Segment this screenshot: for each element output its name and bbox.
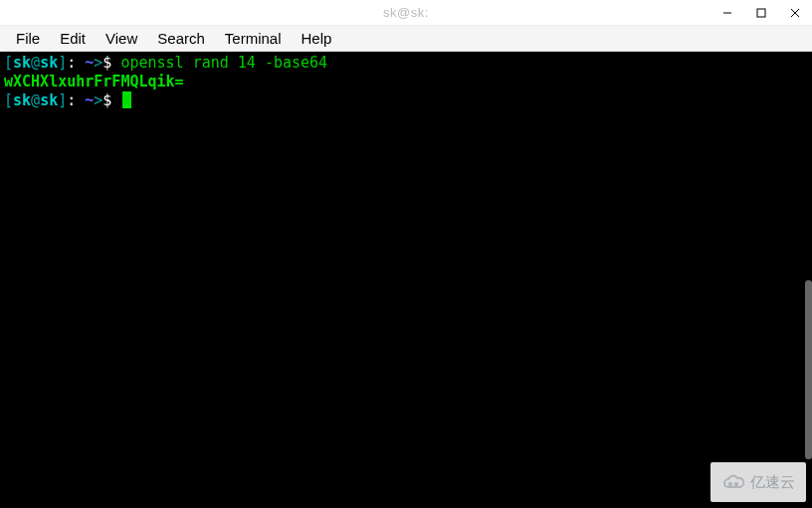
menu-help[interactable]: Help xyxy=(292,27,342,50)
prompt2-sep: : xyxy=(67,91,85,109)
prompt-path: ~ xyxy=(85,54,94,72)
output-line: wXCHXlxuhrFrFMQLqik= xyxy=(4,73,184,90)
cursor-icon xyxy=(122,91,131,108)
cmd-num: 14 xyxy=(238,54,256,72)
terminal-content: [sk@sk]: ~>$ openssl rand 14 -base64 wXC… xyxy=(0,52,812,112)
maximize-button[interactable] xyxy=(744,0,778,26)
scrollbar[interactable] xyxy=(805,280,812,459)
cmd-flag: -base64 xyxy=(265,54,327,72)
svg-rect-1 xyxy=(757,9,765,17)
prompt-sep: : xyxy=(67,54,85,72)
svg-point-5 xyxy=(734,483,736,485)
svg-point-4 xyxy=(728,483,730,485)
prompt2-lbracket: [ xyxy=(4,91,13,109)
prompt2-user: sk xyxy=(13,91,31,109)
titlebar: sk@sk: xyxy=(0,0,812,26)
prompt-host: sk xyxy=(40,54,58,72)
menu-file[interactable]: File xyxy=(6,27,50,50)
prompt-gt: > xyxy=(94,54,102,72)
maximize-icon xyxy=(756,8,766,18)
minimize-button[interactable] xyxy=(710,0,744,26)
window-title: sk@sk: xyxy=(383,5,429,20)
cmd-name: openssl xyxy=(120,54,183,72)
prompt-at: @ xyxy=(31,54,40,72)
close-icon xyxy=(790,8,800,18)
cmd-sub: rand xyxy=(193,54,229,72)
menubar: File Edit View Search Terminal Help xyxy=(0,26,812,52)
watermark-text: 亿速云 xyxy=(750,473,795,492)
menu-search[interactable]: Search xyxy=(147,27,215,50)
minimize-icon xyxy=(722,8,732,18)
prompt-user: sk xyxy=(13,54,31,72)
window-controls xyxy=(710,0,812,26)
prompt2-at: @ xyxy=(31,91,40,109)
menu-terminal[interactable]: Terminal xyxy=(215,27,292,50)
watermark: 亿速云 xyxy=(710,462,806,502)
prompt2-gt: > xyxy=(94,91,102,109)
prompt2-rbracket: ] xyxy=(58,91,67,109)
terminal-area[interactable]: [sk@sk]: ~>$ openssl rand 14 -base64 wXC… xyxy=(0,52,812,508)
prompt-lbracket: [ xyxy=(4,54,13,72)
prompt2-path: ~ xyxy=(85,91,94,109)
menu-view[interactable]: View xyxy=(96,27,147,50)
cloud-icon xyxy=(722,474,744,490)
prompt2-host: sk xyxy=(40,91,58,109)
close-button[interactable] xyxy=(778,0,812,26)
prompt2-dollar: $ xyxy=(102,91,111,109)
prompt-dollar: $ xyxy=(102,54,111,72)
prompt-rbracket: ] xyxy=(58,54,67,72)
menu-edit[interactable]: Edit xyxy=(50,27,96,50)
